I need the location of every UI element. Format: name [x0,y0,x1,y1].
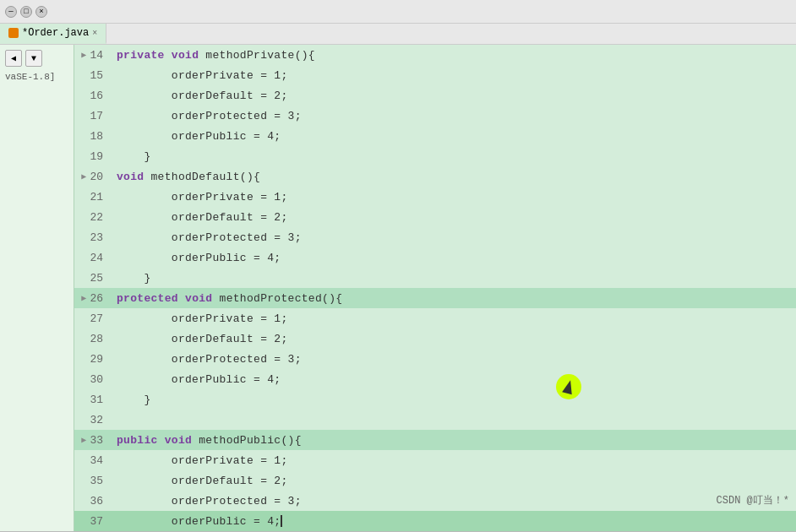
line-number: 27 [74,308,110,328]
table-row: 31 } [74,389,796,410]
line-number: 16 [74,85,110,106]
table-row: ▶20void methodDefault(){ [74,166,796,187]
line-content[interactable]: orderProtected = 3; [110,349,796,369]
line-number-text: 16 [90,90,103,102]
line-content[interactable]: public void methodPublic(){ [110,430,796,450]
sidebar-dropdown-button[interactable]: ▼ [25,50,42,67]
code-token [178,292,185,305]
line-number: 37 [74,511,110,531]
line-content[interactable]: orderProtected = 3; [110,227,796,247]
code-editor[interactable]: ▶14private void methodPrivate(){15 order… [74,45,796,531]
code-token: methodProtected(){ [212,292,342,305]
line-content[interactable]: } [110,146,796,166]
line-content[interactable]: orderDefault = 2; [110,207,796,227]
line-number: 30 [74,369,110,389]
line-content[interactable]: } [110,268,796,288]
line-number-text: 17 [90,110,103,122]
tab-order-java[interactable]: *Order.java × [0,24,106,44]
line-number: 34 [74,450,110,470]
code-token: } [117,272,151,285]
line-content[interactable]: orderProtected = 3; [110,106,796,126]
line-number-text: 35 [90,475,103,487]
code-token: } [117,394,151,406]
line-number-text: 24 [90,252,103,264]
code-token: void [172,49,199,62]
table-row: ▶26protected void methodProtected(){ [74,288,796,308]
line-content[interactable]: orderPublic = 4; [110,126,796,146]
table-row: ▶14private void methodPrivate(){ [74,45,796,65]
code-token: orderPrivate = 1; [117,454,288,467]
tab-close-button[interactable]: × [92,29,97,38]
line-content[interactable]: orderPublic = 4; [110,369,796,389]
line-content[interactable]: orderProtected = 3; [110,491,796,511]
line-content[interactable] [110,410,796,430]
table-row: 23 orderProtected = 3; [74,227,796,247]
table-row: 35 orderDefault = 2; [74,470,796,491]
code-token: orderProtected = 3; [117,495,302,508]
line-content[interactable]: void methodDefault(){ [110,166,796,187]
maximize-button[interactable]: □ [20,6,32,18]
table-row: 21 orderPrivate = 1; [74,187,796,207]
line-content[interactable]: orderPublic = 4; [110,247,796,268]
line-content[interactable]: private void methodPrivate(){ [110,45,796,65]
java-file-icon [8,28,19,38]
line-number: ▶14 [74,45,110,65]
line-content[interactable]: orderDefault = 2; [110,470,796,491]
code-token: methodPrivate(){ [199,49,315,62]
line-number-text: 26 [90,292,103,305]
sidebar-toolbar: ◀ ▼ [0,48,74,70]
title-bar: — □ × [0,0,796,24]
line-number-text: 36 [90,495,103,508]
line-content[interactable]: } [110,389,796,410]
line-content[interactable]: orderPrivate = 1; [110,450,796,470]
code-table: ▶14private void methodPrivate(){15 order… [74,45,796,531]
line-content[interactable]: orderPrivate = 1; [110,187,796,207]
code-token: orderPrivate = 1; [117,191,288,204]
collapse-arrow-icon[interactable]: ▶ [81,50,86,60]
line-number: 35 [74,470,110,491]
line-content[interactable]: orderPublic = 4; [110,511,796,531]
collapse-arrow-icon[interactable]: ▶ [81,435,86,445]
line-content[interactable]: orderDefault = 2; [110,328,796,349]
code-token: orderDefault = 2; [117,333,288,345]
line-number-text: 31 [90,394,103,406]
collapse-arrow-icon[interactable]: ▶ [81,171,86,182]
line-content[interactable]: orderPrivate = 1; [110,65,796,85]
minimize-button[interactable]: — [5,6,17,18]
line-number: 32 [74,410,110,430]
line-number: 17 [74,106,110,126]
sidebar-back-button[interactable]: ◀ [5,50,22,67]
code-token: } [117,150,151,163]
line-number-text: 25 [90,272,103,285]
line-number-text: 29 [90,353,103,366]
code-token: orderDefault = 2; [117,90,288,102]
code-token: methodDefault(){ [144,171,260,183]
line-number-text: 27 [90,312,103,325]
code-token: orderPublic = 4; [117,252,281,264]
line-number: ▶26 [74,288,110,308]
code-token: orderProtected = 3; [117,353,302,366]
code-token: void [165,434,192,447]
table-row: 25 } [74,268,796,288]
table-row: 24 orderPublic = 4; [74,247,796,268]
table-row: 32 [74,410,796,430]
code-token: orderDefault = 2; [117,211,288,224]
line-number: 22 [74,207,110,227]
line-number-text: 22 [90,211,103,224]
table-row: 28 orderDefault = 2; [74,328,796,349]
close-button[interactable]: × [35,6,47,18]
tab-bar: *Order.java × [0,24,796,45]
line-content[interactable]: orderDefault = 2; [110,85,796,106]
window-controls[interactable]: — □ × [5,6,47,18]
code-token: orderPublic = 4; [117,130,281,143]
table-row: 27 orderPrivate = 1; [74,308,796,328]
line-number-text: 30 [90,373,103,386]
collapse-arrow-icon[interactable]: ▶ [81,293,86,303]
line-content[interactable]: orderPrivate = 1; [110,308,796,328]
line-content[interactable]: protected void methodProtected(){ [110,288,796,308]
sidebar: ◀ ▼ vaSE-1.8] [0,45,74,531]
line-number: 21 [74,187,110,207]
tab-label: *Order.java [22,27,89,39]
table-row: 19 } [74,146,796,166]
code-token: orderProtected = 3; [117,231,302,244]
